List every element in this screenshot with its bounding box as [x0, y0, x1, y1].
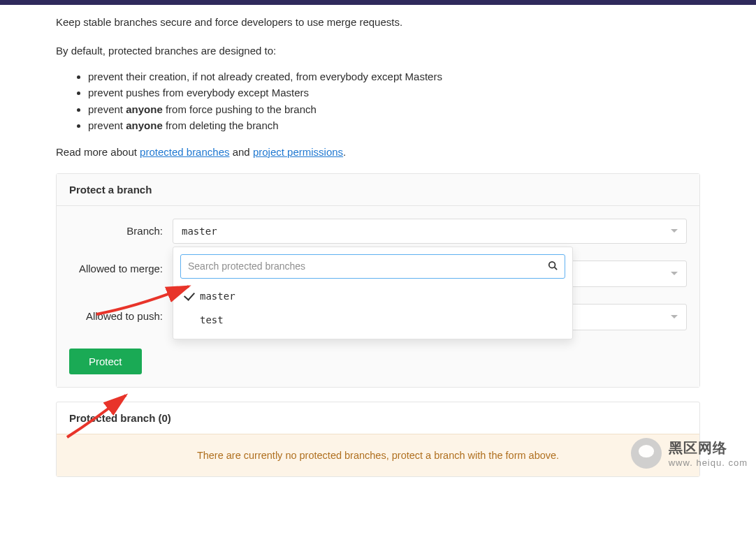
list-item: prevent pushes from everybody except Mas…	[88, 85, 700, 101]
protected-branch-list: Protected branch (0) There are currently…	[56, 402, 700, 477]
branch-select[interactable]: master	[173, 219, 687, 244]
list-item: prevent anyone from deleting the branch	[88, 117, 700, 133]
dropdown-search-wrap	[180, 254, 565, 279]
intro-text: Keep stable branches secure and force de…	[56, 15, 700, 31]
watermark-logo-icon	[631, 438, 662, 469]
panel-heading: Protect a branch	[57, 174, 699, 206]
read-more: Read more about protected branches and p…	[56, 145, 700, 161]
project-permissions-link[interactable]: project permissions	[253, 146, 343, 158]
protected-list-heading: Protected branch (0)	[57, 402, 699, 434]
empty-state-message: There are currently no protected branche…	[57, 434, 699, 476]
svg-point-0	[549, 261, 555, 268]
watermark-line1: 黑区网络	[669, 439, 748, 457]
chevron-down-icon	[671, 315, 678, 318]
watermark-line2: www. heiqu. com	[669, 457, 748, 468]
merge-label: Allowed to merge:	[69, 261, 173, 276]
branch-dropdown: master test	[173, 247, 573, 339]
dropdown-item-master[interactable]: master	[180, 284, 565, 308]
protect-button[interactable]: Protect	[69, 349, 142, 374]
protect-branch-panel: Protect a branch Branch: master	[56, 173, 700, 388]
list-item: prevent their creation, if not already c…	[88, 68, 700, 85]
chevron-down-icon	[671, 229, 678, 233]
search-icon	[548, 261, 558, 272]
branch-selected-value: master	[182, 226, 217, 237]
push-label: Allowed to push:	[69, 304, 173, 322]
intro-subtext: By default, protected branches are desig…	[56, 43, 700, 59]
dropdown-search-input[interactable]	[188, 261, 548, 272]
top-bar	[0, 0, 756, 5]
branch-label: Branch:	[69, 219, 173, 237]
chevron-down-icon	[671, 272, 678, 275]
protected-branches-link[interactable]: protected branches	[140, 146, 229, 158]
watermark: 黑区网络 www. heiqu. com	[631, 438, 748, 469]
branch-row: Branch: master master	[69, 219, 687, 244]
svg-line-1	[555, 267, 558, 270]
list-item: prevent anyone from force pushing to the…	[88, 101, 700, 117]
bullet-list: prevent their creation, if not already c…	[56, 68, 700, 133]
dropdown-item-test[interactable]: test	[180, 308, 565, 332]
